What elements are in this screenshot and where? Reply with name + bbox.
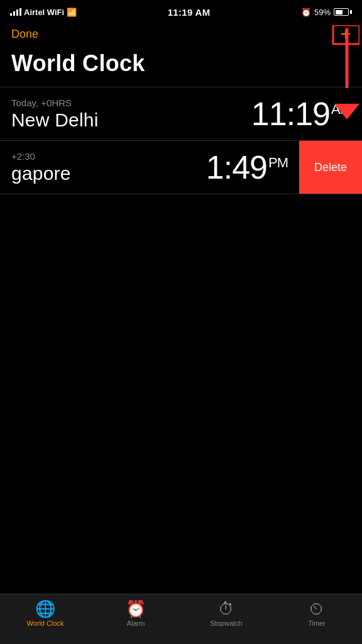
delete-button-wrapper[interactable]: Delete	[299, 141, 362, 194]
timer-icon: ⏲	[309, 601, 325, 617]
carrier-label: Airtel WiFi	[24, 8, 64, 17]
clock-subtitle-new-delhi: Today, +0HRS	[11, 97, 251, 108]
clock-time-new-delhi: 11:19AM	[251, 95, 351, 133]
tab-world-clock[interactable]: 🌐 World Clock	[0, 601, 90, 627]
status-right: ⏰ 59%	[301, 8, 352, 17]
clock-info-singapore: +2:30 gapore	[11, 151, 206, 184]
tab-timer-label: Timer	[308, 619, 326, 627]
clock-subtitle-singapore: +2:30	[11, 151, 206, 162]
wifi-icon: 📶	[67, 8, 77, 17]
tab-timer[interactable]: ⏲ Timer	[272, 601, 362, 627]
clock-time-singapore: 1:49PM	[206, 148, 288, 186]
tab-alarm[interactable]: ⏰ Alarm	[90, 601, 181, 627]
world-clock-icon: 🌐	[35, 601, 55, 617]
clock-city-new-delhi: New Delhi	[11, 109, 251, 131]
battery-icon	[334, 8, 352, 16]
delete-button-label[interactable]: Delete	[314, 161, 347, 174]
battery-percent: 59%	[314, 8, 331, 17]
tab-bar: 🌐 World Clock ⏰ Alarm ⏱ Stopwatch ⏲ Time…	[0, 594, 362, 644]
tab-stopwatch-label: Stopwatch	[210, 619, 242, 627]
header: Done +	[0, 23, 362, 47]
signal-bars	[10, 8, 21, 16]
add-button[interactable]: +	[341, 25, 351, 43]
page-title: World Clock	[0, 47, 362, 87]
tab-alarm-label: Alarm	[127, 619, 145, 627]
clock-info-new-delhi: Today, +0HRS New Delhi	[11, 97, 251, 131]
alarm-status-icon: ⏰	[301, 8, 311, 17]
stopwatch-icon: ⏱	[218, 601, 234, 617]
tab-stopwatch[interactable]: ⏱ Stopwatch	[181, 601, 272, 627]
status-bar: Airtel WiFi 📶 11:19 AM ⏰ 59%	[0, 0, 362, 23]
status-time: 11:19 AM	[168, 7, 211, 18]
divider-bottom	[0, 194, 362, 194]
alarm-icon: ⏰	[126, 601, 146, 617]
done-button[interactable]: Done	[11, 28, 38, 41]
clock-row-new-delhi: Today, +0HRS New Delhi 11:19AM	[0, 87, 362, 140]
clock-city-singapore: gapore	[11, 163, 206, 184]
clock-row-singapore: +2:30 gapore 1:49PM Delete	[0, 141, 362, 194]
tab-world-clock-label: World Clock	[26, 619, 63, 627]
status-left: Airtel WiFi 📶	[10, 8, 77, 17]
